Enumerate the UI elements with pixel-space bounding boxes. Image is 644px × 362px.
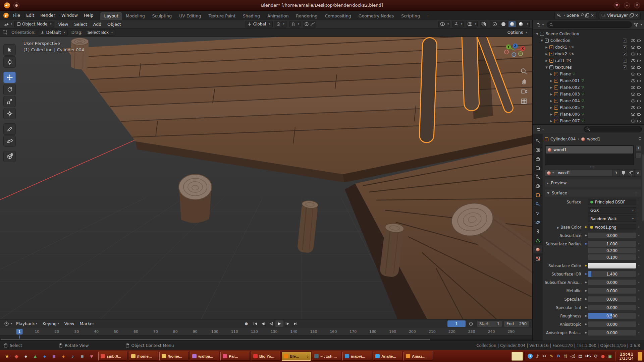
- breadcrumb-material[interactable]: wood1: [587, 137, 600, 141]
- tray-icon[interactable]: ♪: [535, 354, 540, 358]
- tool-scale[interactable]: [3, 96, 16, 107]
- add-slot-button[interactable]: +: [635, 145, 641, 151]
- gizmos-toggle-icon[interactable]: [454, 22, 459, 26]
- tray-icon[interactable]: ✎: [549, 354, 554, 358]
- unlink-material-button[interactable]: ×: [635, 169, 641, 177]
- selectability-checkbox[interactable]: ✓: [623, 59, 627, 63]
- outliner-row[interactable]: ▶ Plane.005 ▽ ▽ ✓: [533, 104, 644, 111]
- outliner-row[interactable]: ▶ Plane.004 ▽ ▽ ✓: [533, 98, 644, 104]
- dock-post-far[interactable]: [71, 38, 89, 69]
- main-menu-item[interactable]: File: [10, 13, 23, 18]
- timeline-menu-item[interactable]: Keying▾: [40, 321, 62, 326]
- new-viewlayer-icon[interactable]: [630, 13, 633, 17]
- hide-in-viewport-icon[interactable]: [631, 86, 636, 89]
- orientation-default-dropdown[interactable]: Default ▾: [38, 29, 68, 36]
- frame-start-field[interactable]: Start1: [477, 320, 502, 327]
- scene-selector[interactable]: ▾ Scene ×: [554, 12, 596, 19]
- row-label[interactable]: Plane.007: [560, 119, 580, 123]
- outliner-search[interactable]: [547, 21, 632, 28]
- viewport-menu-item[interactable]: Select: [71, 22, 90, 27]
- tab-material[interactable]: [533, 245, 542, 253]
- workspace-tab[interactable]: Shading: [239, 12, 264, 20]
- preview-panel-header[interactable]: ▸ Preview: [545, 179, 641, 187]
- launcher-icon[interactable]: ★: [3, 352, 11, 361]
- outliner-row[interactable]: ▼ textures ▽ ▽ ✓: [533, 64, 644, 71]
- disable-in-render-icon[interactable]: [637, 93, 642, 96]
- timeline-menu-item[interactable]: View▾: [62, 321, 77, 326]
- row-label[interactable]: Plane: [560, 72, 571, 76]
- outliner-row[interactable]: ▶ Plane.007 ▽ ▽ ✓: [533, 118, 644, 124]
- hide-in-viewport-icon[interactable]: [631, 106, 636, 109]
- pivot-point-dropdown[interactable]: ▾: [274, 21, 287, 27]
- next-keyframe-button[interactable]: [283, 320, 291, 327]
- snap-dropdown[interactable]: ▾: [298, 23, 299, 25]
- launcher-icon[interactable]: ■: [50, 352, 58, 361]
- properties-scrollbar[interactable]: [642, 154, 644, 221]
- launcher-icon[interactable]: ◆: [12, 352, 21, 361]
- tray-icon[interactable]: ⚙: [594, 354, 598, 358]
- taskbar-window-button[interactable]: Ble... ♪: [281, 352, 311, 361]
- disable-in-render-icon[interactable]: [637, 53, 642, 56]
- subsurface-color-swatch[interactable]: [588, 262, 636, 269]
- launcher-icon[interactable]: ♥: [87, 352, 96, 361]
- shading-wireframe-button[interactable]: [491, 21, 498, 27]
- tool-measure[interactable]: [3, 135, 16, 147]
- workspace-tab[interactable]: Modeling: [122, 12, 149, 20]
- taskbar-window-button[interactable]: /home... ♪: [159, 352, 189, 361]
- main-menu-item[interactable]: Render: [37, 13, 58, 18]
- viewport-canvas[interactable]: X Y Z User Perspective (1) Collection | …: [0, 37, 532, 319]
- row-label[interactable]: Plane.002: [560, 85, 580, 90]
- roughness-slider[interactable]: 0.500: [588, 313, 636, 319]
- disclosure-icon[interactable]: ▶: [549, 72, 554, 76]
- outliner-row[interactable]: ▶ Plane.003 ▽ ▽ ✓: [533, 91, 644, 98]
- timeline-ruler[interactable]: 1020304050607080901001101201301401501601…: [0, 328, 532, 336]
- disclosure-icon[interactable]: ▶: [544, 46, 549, 49]
- transform-orientation-dropdown[interactable]: Global ▾: [245, 21, 273, 27]
- main-menu-item[interactable]: Help: [81, 13, 97, 18]
- workspace-tab[interactable]: Scripting: [397, 12, 424, 20]
- row-label[interactable]: Plane.001: [560, 78, 580, 83]
- timeline-track[interactable]: [0, 336, 532, 339]
- taskbar-window-button[interactable]: smb://... ♪: [98, 352, 128, 361]
- disable-in-render-icon[interactable]: [637, 120, 642, 123]
- browse-material-button[interactable]: ▾: [545, 169, 556, 177]
- metallic-slider[interactable]: 0.000: [588, 288, 636, 294]
- hide-in-viewport-icon[interactable]: [631, 72, 636, 76]
- tab-view-layer[interactable]: [533, 164, 542, 172]
- tool-move[interactable]: [3, 72, 16, 83]
- row-label[interactable]: raft1: [555, 58, 565, 63]
- playhead-marker[interactable]: 1: [16, 329, 23, 335]
- tool-annotate[interactable]: [3, 123, 16, 135]
- workspace-tab[interactable]: Layout: [100, 12, 122, 20]
- timeline-scroll-thumb[interactable]: [1, 339, 430, 340]
- tab-world[interactable]: [533, 182, 542, 190]
- tab-object-data[interactable]: [533, 236, 542, 244]
- anisotropic-slider[interactable]: 0.000: [588, 321, 636, 327]
- keep-above-button[interactable]: ♥: [614, 2, 620, 8]
- keying-set-clock-icon[interactable]: [467, 320, 475, 327]
- overlays-toggle-icon[interactable]: [467, 22, 473, 26]
- tab-texture[interactable]: [533, 254, 542, 262]
- unlink-scene-icon[interactable]: ×: [591, 13, 594, 17]
- tab-output[interactable]: [533, 155, 542, 163]
- window-menu-icon[interactable]: ●: [13, 2, 19, 8]
- anisotropic-rotation-slider[interactable]: 0.000: [588, 329, 636, 336]
- tray-icon[interactable]: US: [585, 354, 591, 358]
- hide-in-viewport-icon[interactable]: [631, 79, 636, 82]
- selectability-checkbox[interactable]: ✓: [623, 52, 627, 56]
- snap-magnet-icon[interactable]: [291, 22, 296, 26]
- radius-y-field[interactable]: 0.200: [588, 247, 636, 254]
- disable-in-render-icon[interactable]: [637, 73, 642, 76]
- fake-user-button[interactable]: [620, 169, 627, 177]
- disclosure-icon[interactable]: ▶: [549, 113, 554, 116]
- selectability-checkbox[interactable]: ✓: [623, 65, 627, 69]
- disable-in-render-icon[interactable]: [637, 113, 642, 116]
- playhead-line[interactable]: [19, 336, 20, 339]
- disable-in-render-icon[interactable]: [637, 86, 642, 89]
- tray-icon[interactable]: i: [528, 354, 533, 359]
- surface-shader-button[interactable]: Principled BSDF: [588, 199, 636, 205]
- decorator-dot[interactable]: •: [636, 225, 641, 229]
- falloff-curve-icon[interactable]: [310, 22, 315, 26]
- tab-constraints[interactable]: [533, 227, 542, 235]
- outliner-row[interactable]: ▶ Plane.006 ▽ ▽ ✓: [533, 111, 644, 118]
